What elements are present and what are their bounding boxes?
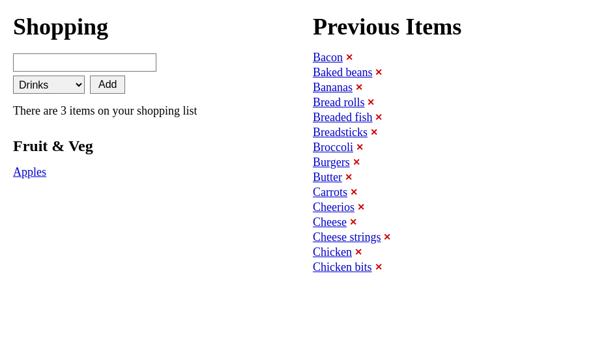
category-dropdown[interactable]: Drinks Fruit & Veg Bakery Meat Dairy Sna… <box>13 76 85 94</box>
remove-item-button[interactable]: ✕ <box>367 97 375 108</box>
previous-item-link[interactable]: Bacon <box>313 51 343 64</box>
previous-items-title: Previous Items <box>313 13 582 40</box>
remove-item-button[interactable]: ✕ <box>345 52 353 63</box>
list-item: Bananas✕ <box>313 81 582 94</box>
list-item: Cheese✕ <box>313 216 582 229</box>
add-button[interactable]: Add <box>90 76 125 94</box>
list-item: Bacon✕ <box>313 51 582 64</box>
previous-items-list: Bacon✕Baked beans✕Bananas✕Bread rolls✕Br… <box>313 51 582 274</box>
list-item: Cheerios✕ <box>313 201 582 214</box>
remove-item-button[interactable]: ✕ <box>375 262 383 273</box>
previous-item-link[interactable]: Cheerios <box>313 201 355 214</box>
category-title-fruit-veg: Fruit & Veg <box>13 137 300 155</box>
category-fruit-veg: Fruit & Veg Apples <box>13 137 300 179</box>
list-item: Chicken bits✕ <box>313 260 582 274</box>
previous-item-link[interactable]: Bread rolls <box>313 96 364 109</box>
remove-item-button[interactable]: ✕ <box>353 157 360 168</box>
list-item: Burgers✕ <box>313 156 582 169</box>
list-item: Carrots✕ <box>313 186 582 199</box>
previous-item-link[interactable]: Breaded fish <box>313 111 372 124</box>
remove-item-button[interactable]: ✕ <box>383 232 391 243</box>
previous-item-link[interactable]: Cheese strings <box>313 231 381 244</box>
item-input[interactable] <box>13 53 156 72</box>
remove-item-button[interactable]: ✕ <box>356 142 364 153</box>
previous-item-link[interactable]: Breadsticks <box>313 126 368 139</box>
remove-item-button[interactable]: ✕ <box>355 82 363 93</box>
previous-item-link[interactable]: Chicken bits <box>313 260 372 274</box>
remove-item-button[interactable]: ✕ <box>370 127 378 138</box>
list-item: Baked beans✕ <box>313 66 582 79</box>
remove-item-button[interactable]: ✕ <box>357 202 365 213</box>
left-panel: Shopping Drinks Fruit & Veg Bakery Meat … <box>13 13 313 275</box>
previous-item-link[interactable]: Baked beans <box>313 66 372 79</box>
remove-item-button[interactable]: ✕ <box>375 112 383 123</box>
list-item: Breadsticks✕ <box>313 126 582 139</box>
list-item: Breaded fish✕ <box>313 111 582 124</box>
shopping-title: Shopping <box>13 13 300 40</box>
item-count: There are 3 items on your shopping list <box>13 104 300 118</box>
add-form: Drinks Fruit & Veg Bakery Meat Dairy Sna… <box>13 53 300 94</box>
remove-item-button[interactable]: ✕ <box>345 172 353 183</box>
right-panel: Previous Items Bacon✕Baked beans✕Bananas… <box>313 13 582 275</box>
list-item: Bread rolls✕ <box>313 96 582 109</box>
list-item: Cheese strings✕ <box>313 231 582 244</box>
previous-item-link[interactable]: Butter <box>313 171 342 184</box>
remove-item-button[interactable]: ✕ <box>355 247 362 258</box>
previous-item-link[interactable]: Broccoli <box>313 141 353 154</box>
remove-item-button[interactable]: ✕ <box>349 217 357 228</box>
previous-item-link[interactable]: Chicken <box>313 245 352 259</box>
list-item: Butter✕ <box>313 171 582 184</box>
previous-item-link[interactable]: Cheese <box>313 216 347 229</box>
list-item: Apples <box>13 165 300 179</box>
list-item: Chicken✕ <box>313 245 582 259</box>
shopping-item-apples[interactable]: Apples <box>13 165 46 178</box>
previous-item-link[interactable]: Carrots <box>313 186 347 199</box>
previous-item-link[interactable]: Burgers <box>313 156 350 169</box>
remove-item-button[interactable]: ✕ <box>375 67 383 78</box>
remove-item-button[interactable]: ✕ <box>350 187 358 198</box>
list-item: Broccoli✕ <box>313 141 582 154</box>
previous-item-link[interactable]: Bananas <box>313 81 353 94</box>
